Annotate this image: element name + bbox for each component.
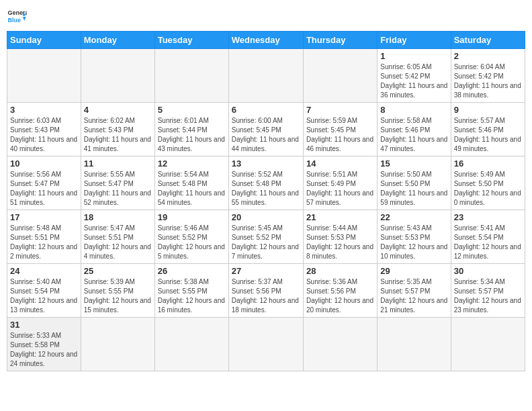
day-info: Sunrise: 5:37 AMSunset: 5:56 PMDaylight:… [232,277,300,315]
calendar-day-cell: 28Sunrise: 5:36 AMSunset: 5:56 PMDayligh… [303,264,377,318]
calendar-week-row: 3Sunrise: 6:03 AMSunset: 5:43 PMDaylight… [7,103,525,156]
calendar-day-cell: 13Sunrise: 5:52 AMSunset: 5:48 PMDayligh… [228,156,303,210]
day-number: 31 [10,320,78,330]
calendar-day-cell: 29Sunrise: 5:35 AMSunset: 5:57 PMDayligh… [378,264,451,318]
weekday-header: Wednesday [228,32,303,49]
day-number: 21 [306,212,374,222]
calendar-week-row: 10Sunrise: 5:56 AMSunset: 5:47 PMDayligh… [7,156,525,210]
calendar-day-cell [154,49,228,103]
day-info: Sunrise: 5:49 AMSunset: 5:50 PMDaylight:… [454,170,522,208]
day-info: Sunrise: 6:04 AMSunset: 5:42 PMDaylight:… [454,62,522,100]
day-number: 20 [232,212,300,222]
day-number: 30 [454,266,522,276]
calendar-day-cell: 19Sunrise: 5:46 AMSunset: 5:52 PMDayligh… [154,210,228,264]
day-number: 4 [84,105,152,115]
day-number: 17 [10,212,78,222]
day-number: 15 [380,158,447,169]
calendar-day-cell [81,318,154,371]
calendar-day-cell [228,318,303,371]
calendar-day-cell: 12Sunrise: 5:54 AMSunset: 5:48 PMDayligh… [154,156,228,210]
day-number: 25 [84,266,152,276]
calendar-day-cell: 20Sunrise: 5:45 AMSunset: 5:52 PMDayligh… [228,210,303,264]
day-info: Sunrise: 5:44 AMSunset: 5:53 PMDaylight:… [306,224,374,261]
calendar-day-cell [378,318,451,371]
calendar-day-cell: 7Sunrise: 5:59 AMSunset: 5:45 PMDaylight… [303,103,377,156]
day-number: 2 [454,51,522,61]
weekday-header: Saturday [451,32,525,49]
svg-text:Blue: Blue [8,17,21,24]
day-info: Sunrise: 6:02 AMSunset: 5:43 PMDaylight:… [84,116,152,154]
calendar-day-cell: 6Sunrise: 6:00 AMSunset: 5:45 PMDaylight… [228,103,303,156]
day-info: Sunrise: 5:46 AMSunset: 5:52 PMDaylight:… [158,224,226,261]
day-info: Sunrise: 5:58 AMSunset: 5:46 PMDaylight:… [380,116,447,154]
day-info: Sunrise: 5:51 AMSunset: 5:49 PMDaylight:… [306,170,374,208]
day-number: 27 [232,266,300,276]
day-info: Sunrise: 6:00 AMSunset: 5:45 PMDaylight:… [232,116,300,154]
day-number: 9 [454,105,522,115]
day-number: 12 [158,158,226,169]
calendar-day-cell: 9Sunrise: 5:57 AMSunset: 5:46 PMDaylight… [451,103,525,156]
weekday-header: Friday [378,32,451,49]
calendar-day-cell: 10Sunrise: 5:56 AMSunset: 5:47 PMDayligh… [7,156,81,210]
calendar-day-cell [81,49,154,103]
calendar-day-cell: 2Sunrise: 6:04 AMSunset: 5:42 PMDaylight… [451,49,525,103]
calendar-day-cell: 1Sunrise: 6:05 AMSunset: 5:42 PMDaylight… [378,49,451,103]
day-number: 11 [84,158,152,169]
day-info: Sunrise: 5:57 AMSunset: 5:46 PMDaylight:… [454,116,522,154]
day-info: Sunrise: 5:41 AMSunset: 5:54 PMDaylight:… [454,224,522,261]
day-number: 16 [454,158,522,169]
calendar-day-cell: 31Sunrise: 5:33 AMSunset: 5:58 PMDayligh… [7,318,81,371]
day-info: Sunrise: 5:33 AMSunset: 5:58 PMDaylight:… [10,331,78,369]
day-info: Sunrise: 5:55 AMSunset: 5:47 PMDaylight:… [84,170,152,208]
weekday-header: Thursday [303,32,377,49]
day-number: 24 [10,266,78,276]
day-info: Sunrise: 5:39 AMSunset: 5:55 PMDaylight:… [84,277,152,315]
day-number: 14 [306,158,374,169]
calendar-day-cell: 3Sunrise: 6:03 AMSunset: 5:43 PMDaylight… [7,103,81,156]
calendar-week-row: 31Sunrise: 5:33 AMSunset: 5:58 PMDayligh… [7,318,525,371]
day-number: 29 [380,266,447,276]
calendar-day-cell: 8Sunrise: 5:58 AMSunset: 5:46 PMDaylight… [378,103,451,156]
day-number: 23 [454,212,522,222]
day-number: 10 [10,158,78,169]
calendar-day-cell [303,318,377,371]
day-number: 3 [10,105,78,115]
day-info: Sunrise: 5:52 AMSunset: 5:48 PMDaylight:… [232,170,300,208]
calendar-week-row: 17Sunrise: 5:48 AMSunset: 5:51 PMDayligh… [7,210,525,264]
calendar-day-cell: 24Sunrise: 5:40 AMSunset: 5:54 PMDayligh… [7,264,81,318]
calendar-day-cell: 18Sunrise: 5:47 AMSunset: 5:51 PMDayligh… [81,210,154,264]
calendar-day-cell: 11Sunrise: 5:55 AMSunset: 5:47 PMDayligh… [81,156,154,210]
calendar-day-cell: 5Sunrise: 6:01 AMSunset: 5:44 PMDaylight… [154,103,228,156]
day-info: Sunrise: 5:47 AMSunset: 5:51 PMDaylight:… [84,224,152,261]
day-number: 1 [380,51,447,61]
day-info: Sunrise: 6:03 AMSunset: 5:43 PMDaylight:… [10,116,78,154]
weekday-header: Sunday [7,32,81,49]
calendar-week-row: 1Sunrise: 6:05 AMSunset: 5:42 PMDaylight… [7,49,525,103]
calendar-week-row: 24Sunrise: 5:40 AMSunset: 5:54 PMDayligh… [7,264,525,318]
svg-marker-3 [23,17,26,21]
day-info: Sunrise: 5:35 AMSunset: 5:57 PMDaylight:… [380,277,447,315]
calendar-day-cell: 22Sunrise: 5:43 AMSunset: 5:53 PMDayligh… [378,210,451,264]
day-number: 13 [232,158,300,169]
day-info: Sunrise: 5:50 AMSunset: 5:50 PMDaylight:… [380,170,447,208]
page-header: General Blue [7,7,525,27]
calendar-day-cell: 25Sunrise: 5:39 AMSunset: 5:55 PMDayligh… [81,264,154,318]
day-info: Sunrise: 5:56 AMSunset: 5:47 PMDaylight:… [10,170,78,208]
day-info: Sunrise: 5:45 AMSunset: 5:52 PMDaylight:… [232,224,300,261]
day-number: 8 [380,105,447,115]
calendar-day-cell [7,49,81,103]
logo: General Blue [7,7,27,27]
day-info: Sunrise: 5:54 AMSunset: 5:48 PMDaylight:… [158,170,226,208]
calendar-day-cell [228,49,303,103]
day-info: Sunrise: 5:48 AMSunset: 5:51 PMDaylight:… [10,224,78,261]
calendar-day-cell: 4Sunrise: 6:02 AMSunset: 5:43 PMDaylight… [81,103,154,156]
day-number: 22 [380,212,447,222]
day-number: 18 [84,212,152,222]
calendar-day-cell: 30Sunrise: 5:34 AMSunset: 5:57 PMDayligh… [451,264,525,318]
weekday-header-row: SundayMondayTuesdayWednesdayThursdayFrid… [7,32,525,49]
calendar-day-cell: 15Sunrise: 5:50 AMSunset: 5:50 PMDayligh… [378,156,451,210]
calendar-day-cell: 14Sunrise: 5:51 AMSunset: 5:49 PMDayligh… [303,156,377,210]
calendar-table: SundayMondayTuesdayWednesdayThursdayFrid… [7,31,525,371]
calendar-day-cell: 23Sunrise: 5:41 AMSunset: 5:54 PMDayligh… [451,210,525,264]
logo-icon: General Blue [7,7,27,27]
